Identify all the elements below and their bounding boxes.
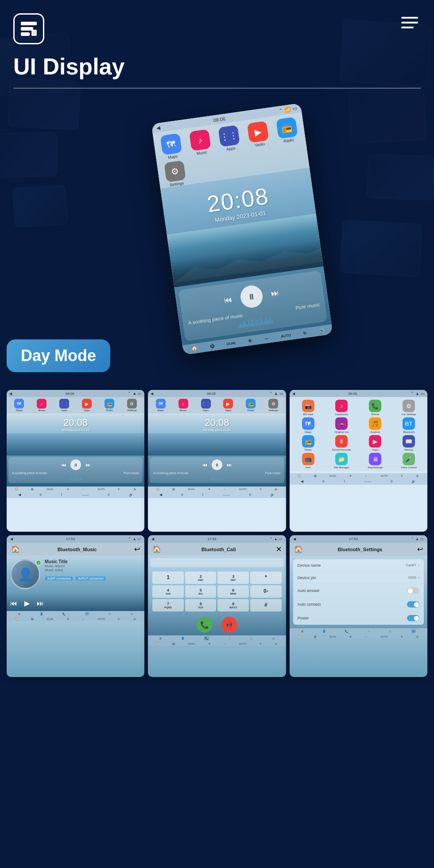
bt-music-close[interactable]: ↩ <box>134 545 140 553</box>
mini-app-apps-2[interactable]: ⋮⋮ Apps <box>195 399 217 412</box>
mini-app-radio-1[interactable]: 📻 Radio <box>99 399 120 412</box>
bt-setting-devicename-value-row: CarBT › <box>406 563 419 568</box>
mini-app-apps-1[interactable]: ⋮⋮ Apps <box>54 399 75 412</box>
bt-toggle-autoanswer[interactable] <box>407 588 419 594</box>
bt-dial-7[interactable]: 7PQRS <box>152 599 184 611</box>
appgrid-radio[interactable]: 📻 Radio <box>292 435 324 451</box>
bt-hangup-btn[interactable]: 📵 <box>221 617 237 633</box>
grid-section: ◀ 08:06 ⌃ ▲ ▭ 🗺 Maps ♪ Music ⋮⋮ <box>0 385 434 685</box>
bt-prev-btn[interactable]: ⏮ <box>10 599 17 607</box>
bt-dial-2[interactable]: 2ABC <box>185 572 217 584</box>
bt-dial-4[interactable]: 4GHI <box>152 585 184 598</box>
appgrid-voicecontrol[interactable]: 🎤 Voice Control <box>393 453 425 469</box>
bt-play-btn[interactable]: ▶ <box>24 599 30 607</box>
mini-next-1[interactable]: ⏭ <box>85 462 90 467</box>
mini-home-2[interactable]: 🏠 <box>156 487 159 490</box>
mini-app-vedio-1[interactable]: ▶ Apps <box>76 399 98 412</box>
app-radio[interactable]: 📻 Radio <box>272 117 302 145</box>
bt-dial-1[interactable]: 1 <box>152 572 184 584</box>
mini-app-vedio-2[interactable]: ▶ Apps <box>217 399 239 412</box>
appgrid-filemanager[interactable]: 📁 File Manager <box>326 453 357 469</box>
bt-settings-home[interactable]: 🏠 <box>294 545 303 553</box>
mini-app-music-2[interactable]: ♪ Music <box>172 399 194 412</box>
bt-settings-topbar: ◀ 17:53 ⌃ ▲ ▭ <box>290 535 427 543</box>
app-settings[interactable]: ⚙ Settings <box>160 160 190 188</box>
bt-setting-device-name[interactable]: Device name CarBT › <box>293 559 424 572</box>
bt-toggle-power[interactable] <box>407 615 419 621</box>
appgrid-kuwooo[interactable]: 🎵 Kuwooo <box>359 417 391 433</box>
mini-maps-icon-1: 🗺 <box>14 399 24 409</box>
snowflake-icon[interactable]: ❄ <box>248 338 252 343</box>
prev-icon[interactable]: ⏮ <box>223 295 232 305</box>
bt-call-home[interactable]: 🏠 <box>152 545 161 553</box>
app-maps[interactable]: 🗺 Maps <box>157 132 186 161</box>
mini-power-1[interactable]: ⏻ <box>31 488 34 490</box>
bt-toggle-autoanswer-knob <box>408 588 413 593</box>
next-icon[interactable]: ⏭ <box>271 288 280 298</box>
bt-dial-9[interactable]: 9WXYZ <box>217 599 249 611</box>
bt-settings-back[interactable]: ◀ <box>293 537 296 541</box>
mini-app-settings-2[interactable]: ⚙ Settings <box>263 399 284 412</box>
appgrid-dispsettings[interactable]: 🖥 DispSettings <box>359 453 391 469</box>
bt-dial-6[interactable]: 6MNO <box>217 585 249 598</box>
mini-back-icon-2[interactable]: ◀ <box>151 392 153 396</box>
appgrid-bluetooth[interactable]: BT Bluetooth <box>393 417 425 433</box>
bt-call-back[interactable]: ◀ <box>151 537 154 541</box>
appgrid-video[interactable]: ▶ Video <box>359 435 391 451</box>
mini-app-maps-2[interactable]: 🗺 Maps <box>150 399 171 412</box>
bt-toggle-autoconnect[interactable] <box>407 601 419 607</box>
bt-dial-star[interactable]: * <box>250 572 282 584</box>
appgrid-phone[interactable]: 📞 Phone <box>359 400 391 416</box>
mini-back-icon-3[interactable]: ◀ <box>292 392 295 396</box>
bt-dial-5[interactable]: 5JKL <box>185 585 217 598</box>
hamburger-menu[interactable] <box>401 17 418 28</box>
bt-music-back[interactable]: ◀ <box>10 537 13 541</box>
bt-call-close[interactable]: ✕ <box>276 545 282 553</box>
appgrid-carsettings[interactable]: ⚙ Car Settings <box>393 400 425 416</box>
bt-setting-value-pin: 0000 <box>408 576 416 580</box>
volume-icon[interactable]: 🔊 <box>318 328 324 334</box>
pause-button[interactable]: ⏸ <box>239 284 264 309</box>
bt-answer-btn[interactable]: 📞 <box>197 617 213 633</box>
app-apps[interactable]: ⋮⋮ Apps <box>214 125 244 153</box>
bt-setting-pin-value-row: 0000 › <box>408 575 419 580</box>
rotate-icon[interactable]: ↻ <box>303 330 307 335</box>
bt-dial-8[interactable]: 8TUV <box>185 599 217 611</box>
appgrid-localmusic[interactable]: ♪ Localmusic <box>326 400 357 416</box>
bt-music-home[interactable]: 🏠 <box>11 545 20 553</box>
bt-setting-device-pin[interactable]: Device pin 0000 › <box>293 572 424 584</box>
mini-prev-1[interactable]: ⏮ <box>61 462 66 467</box>
bt-dial-hash[interactable]: # <box>250 599 282 611</box>
mini-home-1[interactable]: 🏠 <box>15 487 18 490</box>
bt-settings-back-btn[interactable]: ↩ <box>417 545 423 553</box>
app-vedio[interactable]: ▶ Vedio <box>244 121 273 149</box>
mini-pause-2[interactable]: ⏸ <box>212 459 222 470</box>
appgrid-avin[interactable]: 📺 Avin <box>292 453 324 469</box>
home-icon[interactable]: 🏠 <box>190 345 198 352</box>
app-apps-label: Apps <box>226 146 236 152</box>
bt-dial-3[interactable]: 3DEF <box>217 572 249 584</box>
appgrid-soundrecorder[interactable]: 🎙 Sound Recorder <box>326 435 357 451</box>
mini-prev-2[interactable]: ⏮ <box>202 462 207 467</box>
mini-app-settings-1[interactable]: ⚙ Settings <box>121 399 143 412</box>
mini-next-2[interactable]: ⏭ <box>227 462 232 467</box>
mini-back-icon-1[interactable]: ◀ <box>9 392 12 396</box>
bt-next-btn[interactable]: ⏭ <box>37 599 44 607</box>
appgrid-manual[interactable]: 📖 Manual <box>393 435 425 451</box>
bt-music-statusbar: ⊞ 👤 📞 ♪ 📎 ⊙ <box>7 611 144 616</box>
mini-app-maps-1[interactable]: 🗺 Maps <box>8 399 30 412</box>
device-back-icon[interactable]: ◀ <box>156 125 160 131</box>
appgrid-360view[interactable]: 📷 360 view <box>292 400 324 416</box>
app-music[interactable]: ♪ Music <box>186 128 215 157</box>
power-icon[interactable]: ⏻ <box>209 343 214 349</box>
bt-music-device: ◀ 17:53 ⌃ ▲ ▭ 🏠 Bluetooth_Music ↩ 👤 <box>7 535 144 677</box>
mini-pause-1[interactable]: ⏸ <box>70 459 81 470</box>
mini-home-3[interactable]: 🏠 <box>298 474 301 477</box>
bt-dial-0dash[interactable]: 0- <box>250 585 282 598</box>
arrows-icon[interactable]: ↔ <box>264 335 269 341</box>
appgrid-maps[interactable]: 🗺 Maps <box>292 417 324 433</box>
mini-app-music-1[interactable]: ♪ Music <box>31 399 53 412</box>
mini-app-radio-2[interactable]: 📻 Radio <box>240 399 262 412</box>
appgrid-originalcar[interactable]: 🚗 Original Car <box>326 417 357 433</box>
bt-connected-indicator: ♪ <box>36 560 41 565</box>
